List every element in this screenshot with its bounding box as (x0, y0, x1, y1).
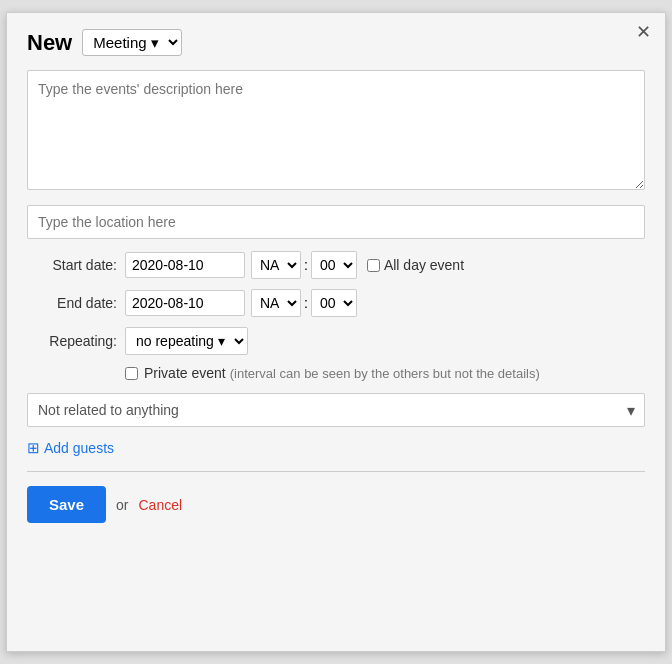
related-select[interactable]: Not related to anything (27, 393, 645, 427)
new-label: New (27, 30, 72, 56)
add-guests-icon: ⊞ (27, 439, 40, 457)
repeating-label: Repeating: (27, 333, 117, 349)
add-guests-link[interactable]: ⊞ Add guests (27, 439, 114, 457)
end-date-row: End date: NA : 00 (27, 289, 645, 317)
or-text: or (116, 497, 128, 513)
end-date-label: End date: (27, 295, 117, 311)
all-day-label[interactable]: All day event (367, 257, 464, 273)
start-colon: : (304, 257, 308, 273)
close-button[interactable]: ✕ (636, 23, 651, 41)
description-textarea[interactable] (27, 70, 645, 190)
start-hour-select[interactable]: NA (251, 251, 301, 279)
all-day-text: All day event (384, 257, 464, 273)
add-guests-label: Add guests (44, 440, 114, 456)
start-date-input[interactable] (125, 252, 245, 278)
start-date-row: Start date: NA : 00 All day event (27, 251, 645, 279)
add-guests-row: ⊞ Add guests (27, 439, 645, 457)
end-minute-select[interactable]: 00 (311, 289, 357, 317)
private-label: Private event (144, 365, 226, 381)
header-row: New Meeting ▾ (27, 29, 645, 56)
event-type-select[interactable]: Meeting ▾ (82, 29, 182, 56)
end-colon: : (304, 295, 308, 311)
private-row: Private event (interval can be seen by t… (125, 365, 645, 381)
footer-divider (27, 471, 645, 472)
all-day-checkbox[interactable] (367, 259, 380, 272)
footer-row: Save or Cancel (27, 486, 645, 523)
end-hour-select[interactable]: NA (251, 289, 301, 317)
related-select-wrap: Not related to anything ▾ (27, 393, 645, 427)
start-date-label: Start date: (27, 257, 117, 273)
new-event-dialog: ✕ New Meeting ▾ Start date: NA : 00 All … (6, 12, 666, 652)
private-checkbox[interactable] (125, 367, 138, 380)
location-input[interactable] (27, 205, 645, 239)
save-button[interactable]: Save (27, 486, 106, 523)
private-note: (interval can be seen by the others but … (230, 366, 540, 381)
start-minute-select[interactable]: 00 (311, 251, 357, 279)
repeating-select[interactable]: no repeating ▾ (125, 327, 248, 355)
end-date-input[interactable] (125, 290, 245, 316)
cancel-link[interactable]: Cancel (139, 497, 183, 513)
repeating-row: Repeating: no repeating ▾ (27, 327, 645, 355)
